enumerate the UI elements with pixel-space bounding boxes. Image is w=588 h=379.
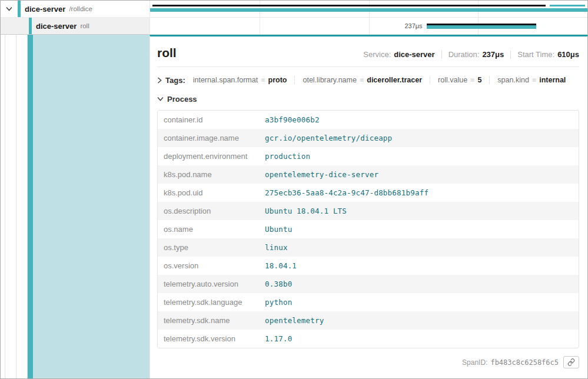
timeline-tick xyxy=(260,18,260,34)
table-row: deployment.environmentproduction xyxy=(158,147,579,165)
table-row: telemetry.sdk.languagepython xyxy=(158,293,579,311)
duration-label: Duration: xyxy=(449,50,480,59)
table-row: telemetry.sdk.version1.17.0 xyxy=(158,330,579,348)
chevron-down-icon xyxy=(157,97,164,101)
kv-value: 275ecb36-5aa8-4c2a-9c47-d8bb681b9aff xyxy=(264,184,579,202)
kv-key: os.version xyxy=(158,257,264,275)
tag-value: internal xyxy=(539,76,566,84)
table-row: os.nameUbuntu xyxy=(158,220,579,238)
span-bar-rolldice[interactable] xyxy=(150,8,587,12)
process-section-toggle[interactable]: Process xyxy=(157,92,579,105)
tag-key: internal.span.format xyxy=(193,76,258,84)
kv-key: telemetry.sdk.version xyxy=(158,330,264,348)
tag-equals: = xyxy=(261,76,265,84)
tag-equals: = xyxy=(470,76,474,84)
indent-guide xyxy=(16,35,28,378)
tag-value: 5 xyxy=(477,76,481,84)
kv-key: os.type xyxy=(158,238,264,257)
tag-equals: = xyxy=(360,76,364,84)
link-icon xyxy=(567,358,575,366)
process-kv-table: container.ida3bf90e006b2 container.image… xyxy=(157,110,579,348)
span-operation-name: roll xyxy=(80,22,89,29)
kv-value: a3bf90e006b2 xyxy=(264,111,579,129)
span-bar-row-rolldice[interactable] xyxy=(150,1,587,18)
kv-key: os.name xyxy=(158,220,264,238)
tag-item: otel.library.name = diceroller.tracer xyxy=(303,76,430,84)
span-color-stripe xyxy=(28,35,33,378)
chevron-right-icon xyxy=(157,77,162,84)
table-row: telemetry.sdk.nameopentelemetry xyxy=(158,311,579,330)
kv-value: Ubuntu xyxy=(264,220,579,238)
span-indent-guides xyxy=(1,35,150,378)
kv-value: opentelemetry xyxy=(264,311,579,330)
tag-value: proto xyxy=(268,76,287,84)
span-title: roll xyxy=(157,46,177,60)
tag-key: roll.value xyxy=(438,76,467,84)
kv-key: k8s.pod.name xyxy=(158,165,264,184)
kv-value: Ubuntu 18.04.1 LTS xyxy=(264,202,579,220)
chevron-down-icon[interactable] xyxy=(4,6,14,11)
critical-path-segment xyxy=(152,5,545,6)
kv-key: k8s.pod.uid xyxy=(158,184,264,202)
kv-value: production xyxy=(264,147,579,165)
indent-guide xyxy=(5,35,16,378)
tag-value: diceroller.tracer xyxy=(367,76,422,84)
span-service-name: dice-server xyxy=(36,22,77,31)
span-row-rolldice[interactable]: dice-server /rolldice xyxy=(1,1,150,18)
duration-value: 237μs xyxy=(482,50,504,59)
tag-item: internal.span.format = proto xyxy=(193,76,295,84)
meta-separator xyxy=(441,51,442,59)
copy-span-link-button[interactable] xyxy=(563,356,579,368)
table-row: os.descriptionUbuntu 18.04.1 LTS xyxy=(158,202,579,220)
kv-key: telemetry.sdk.language xyxy=(158,293,264,311)
tags-section[interactable]: Tags: internal.span.format = proto otel.… xyxy=(157,72,579,88)
tags-section-label[interactable]: Tags: xyxy=(165,76,185,85)
span-row-roll-selected[interactable]: dice-server roll xyxy=(1,18,150,35)
table-row: os.typelinux xyxy=(158,238,579,257)
meta-separator xyxy=(510,51,511,59)
tag-item: span.kind = internal xyxy=(497,76,573,84)
span-detail-panel: roll Service: dice-server Duration: 237μ… xyxy=(150,35,587,378)
kv-key: container.id xyxy=(158,111,264,129)
kv-value: python xyxy=(264,293,579,311)
kv-key: telemetry.auto.version xyxy=(158,275,264,293)
kv-value: gcr.io/opentelemetry/diceapp xyxy=(264,129,579,147)
table-row: telemetry.auto.version0.38b0 xyxy=(158,275,579,293)
tag-key: span.kind xyxy=(497,76,529,84)
span-footer: SpanID: fb483c8c6258f6c5 xyxy=(157,356,579,368)
kv-value: 18.04.1 xyxy=(264,257,579,275)
spanid-value: fb483c8c6258f6c5 xyxy=(490,358,559,367)
span-duration-label: 237μs xyxy=(404,22,422,29)
header-divider xyxy=(157,67,579,67)
kv-key: deployment.environment xyxy=(158,147,264,165)
tag-item: roll.value = 5 xyxy=(438,76,490,84)
span-operation-name: /rolldice xyxy=(69,5,92,12)
table-row: os.version18.04.1 xyxy=(158,257,579,275)
spanid-label: SpanID: xyxy=(462,358,487,367)
process-section-label[interactable]: Process xyxy=(167,95,197,104)
span-meta: Service: dice-server Duration: 237μs Sta… xyxy=(363,50,579,59)
timeline-tick xyxy=(369,18,370,34)
kv-key: os.description xyxy=(158,202,264,220)
span-bar-row-roll[interactable]: 237μs xyxy=(150,18,587,35)
span-service-name: dice-server xyxy=(25,5,65,14)
span-detail-tint xyxy=(33,35,150,378)
kv-key: container.image.name xyxy=(158,129,264,147)
span-color-accent xyxy=(29,18,32,34)
span-bar-roll[interactable] xyxy=(427,25,536,29)
table-row: container.ida3bf90e006b2 xyxy=(158,111,579,129)
table-row: container.image.namegcr.io/opentelemetry… xyxy=(158,129,579,147)
span-color-accent xyxy=(18,1,21,17)
critical-path-segment xyxy=(550,5,584,6)
indent-guide xyxy=(1,35,5,378)
table-row: k8s.pod.uid275ecb36-5aa8-4c2a-9c47-d8bb6… xyxy=(158,184,579,202)
tag-key: otel.library.name xyxy=(303,76,356,84)
kv-key: telemetry.sdk.name xyxy=(158,311,264,330)
kv-value: 0.38b0 xyxy=(264,275,579,293)
span-name-column: dice-server /rolldice dice-server roll xyxy=(1,1,150,35)
start-time-value: 610μs xyxy=(557,50,579,59)
service-value: dice-server xyxy=(394,50,434,59)
tag-equals: = xyxy=(532,76,536,84)
kv-value: linux xyxy=(264,238,579,257)
service-label: Service: xyxy=(363,50,391,59)
